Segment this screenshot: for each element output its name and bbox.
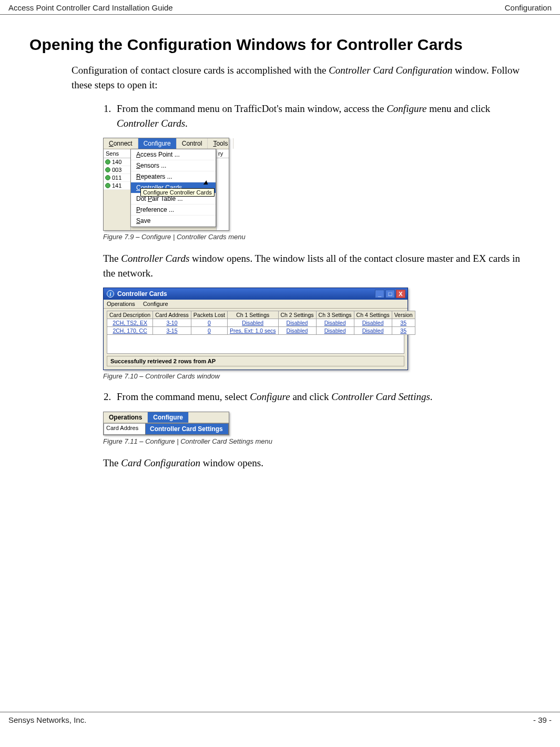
figure-7-11: Operations Configure Card Addres Control…: [103, 412, 531, 445]
cell-ver[interactable]: 35: [392, 319, 415, 327]
fig79-window: Connect Configure Control Tools Sens 140…: [103, 138, 229, 231]
fig711-body: Card Addres Controller Card Settings: [104, 423, 229, 435]
cell-ver[interactable]: 35: [392, 327, 415, 335]
step1-text-c: .: [185, 118, 188, 129]
menu-item-save[interactable]: Save: [131, 216, 216, 227]
figure-7-10-caption: Figure 7.10 – Controller Cards window: [103, 372, 531, 380]
table-empty-area: [107, 335, 404, 354]
cell-ch2[interactable]: Disabled: [278, 319, 316, 327]
window-body: Card Description Card Address Packets Lo…: [104, 309, 408, 370]
maximize-button[interactable]: □: [385, 290, 395, 298]
footer-left: Sensys Networks, Inc.: [8, 715, 86, 724]
col-card-address[interactable]: Card Address: [153, 311, 191, 319]
figure-7-9-caption: Figure 7.9 – Configure | Controller Card…: [103, 233, 531, 241]
intro-paragraph: Configuration of contact closure cards i…: [72, 63, 531, 92]
menu-operations[interactable]: Operations: [107, 301, 135, 307]
page-header: Access Point Controller Card Installatio…: [0, 0, 560, 15]
step2-em1: Configure: [250, 391, 290, 402]
step2-em2: Controller Card Settings: [331, 391, 430, 402]
menu-tools[interactable]: Tools: [208, 138, 233, 149]
menu-configure[interactable]: Configure: [138, 138, 177, 149]
menu-item-label: ccess Point ...: [140, 151, 180, 158]
cell-ch4[interactable]: Disabled: [354, 327, 392, 335]
menu-control[interactable]: Control: [177, 138, 208, 149]
menu-item-controller-card-settings[interactable]: Controller Card Settings: [146, 424, 228, 434]
fig79-sensor-header: Sens: [104, 149, 130, 158]
col-version[interactable]: Version: [392, 311, 415, 319]
cell-lost[interactable]: 0: [191, 319, 227, 327]
menu-connect[interactable]: Connect: [104, 138, 138, 149]
cell-ch3[interactable]: Disabled: [316, 319, 354, 327]
sensor-id: 141: [112, 182, 121, 189]
cell-addr[interactable]: 3-10: [153, 319, 191, 327]
status-dot-icon: [105, 167, 110, 172]
step2-text-a: From the command menu, select: [117, 391, 250, 402]
step1-em1: Configure: [386, 103, 426, 114]
table-row[interactable]: 2CH, 170, CC 3-15 0 Pres, Ext: 1.0 secs …: [107, 327, 415, 335]
col-card-description[interactable]: Card Description: [107, 311, 153, 319]
menu-item-preference[interactable]: Preference ...: [131, 204, 216, 216]
window-buttons: _ □ X: [375, 290, 405, 298]
cell-ch2[interactable]: Disabled: [278, 327, 316, 335]
sensor-id: 011: [112, 175, 121, 181]
section-title: Opening the Configuration Windows for Co…: [29, 36, 531, 54]
col-ch1[interactable]: Ch 1 Settings: [227, 311, 278, 319]
col-ch4[interactable]: Ch 4 Settings: [354, 311, 392, 319]
steps-list: From the command menu on TrafficDot's ma…: [103, 101, 531, 130]
after-fig79-a: The: [103, 253, 121, 264]
info-icon: i: [107, 290, 114, 298]
sensor-row[interactable]: 003: [104, 166, 130, 174]
fig711-left-cell: Card Addres: [104, 423, 146, 435]
window-titlebar[interactable]: i Controller Cards _ □ X: [104, 288, 408, 300]
menu-item-label: reference ...: [140, 206, 174, 213]
step1-text-a: From the command menu on TrafficDot's ma…: [117, 103, 386, 114]
header-right: Configuration: [505, 3, 552, 12]
window-menubar: Operations Configure: [104, 300, 408, 309]
col-ch2[interactable]: Ch 2 Settings: [278, 311, 316, 319]
sensor-id: 003: [112, 167, 121, 173]
step1-text-b: menu and click: [427, 103, 491, 114]
table-header-row: Card Description Card Address Packets Lo…: [107, 311, 415, 319]
col-ch3[interactable]: Ch 3 Settings: [316, 311, 354, 319]
sensor-row[interactable]: 141: [104, 182, 130, 190]
menu-item-repeaters[interactable]: Repeaters ...: [131, 171, 216, 182]
sensor-row[interactable]: 140: [104, 158, 130, 166]
cell-ch1[interactable]: Pres, Ext: 1.0 secs: [227, 327, 278, 335]
sensor-row[interactable]: 011: [104, 174, 130, 182]
menu-item-sensors[interactable]: Sensors ...: [131, 160, 216, 171]
minimize-button[interactable]: _: [375, 290, 384, 298]
page-content: Opening the Configuration Windows for Co…: [0, 15, 560, 470]
menu-item-label: epeaters ...: [141, 173, 172, 180]
fig79-right-header: ry: [217, 149, 229, 158]
cell-desc[interactable]: 2CH, 170, CC: [107, 327, 153, 335]
fig79-body: Sens 140 003 011 141 Access Point ... Se…: [104, 149, 229, 230]
menu-control-label: Control: [182, 140, 202, 147]
after-fig711-paragraph: The Card Configuration window opens.: [103, 456, 531, 470]
close-button[interactable]: X: [396, 290, 405, 298]
status-bar: Successfully retrieved 2 rows from AP: [107, 356, 404, 366]
cell-ch3[interactable]: Disabled: [316, 327, 354, 335]
menu-configure[interactable]: Configure: [143, 301, 168, 307]
fig711-menubar: Operations Configure: [104, 412, 229, 423]
status-dot-icon: [105, 183, 110, 188]
menu-item-access-point[interactable]: Access Point ...: [131, 149, 216, 160]
status-dot-icon: [105, 159, 110, 165]
cell-ch4[interactable]: Disabled: [354, 319, 392, 327]
fig79-dropdown: Access Point ... Sensors ... Repeaters .…: [130, 149, 216, 227]
menu-operations[interactable]: Operations: [104, 412, 148, 423]
table-row[interactable]: 2CH, TS2, EX 3-10 0 Disabled Disabled Di…: [107, 319, 415, 327]
menu-configure[interactable]: Configure: [148, 412, 189, 423]
fig711-dropdown: Controller Card Settings: [145, 423, 229, 435]
cell-lost[interactable]: 0: [191, 327, 227, 335]
cell-ch1[interactable]: Disabled: [227, 319, 278, 327]
col-packets-lost[interactable]: Packets Lost: [191, 311, 227, 319]
step2-text-c: .: [430, 391, 433, 402]
page-footer: Sensys Networks, Inc. - 39 -: [0, 712, 560, 726]
figure-7-10: i Controller Cards _ □ X Operations Conf…: [103, 288, 531, 380]
tooltip: Configure Controller Cards: [140, 188, 215, 197]
step-1: From the command menu on TrafficDot's ma…: [114, 101, 531, 130]
cell-addr[interactable]: 3-15: [153, 327, 191, 335]
cell-desc[interactable]: 2CH, TS2, EX: [107, 319, 153, 327]
figure-7-9: Connect Configure Control Tools Sens 140…: [103, 138, 531, 241]
intro-em: Controller Card Configuration: [329, 65, 452, 76]
